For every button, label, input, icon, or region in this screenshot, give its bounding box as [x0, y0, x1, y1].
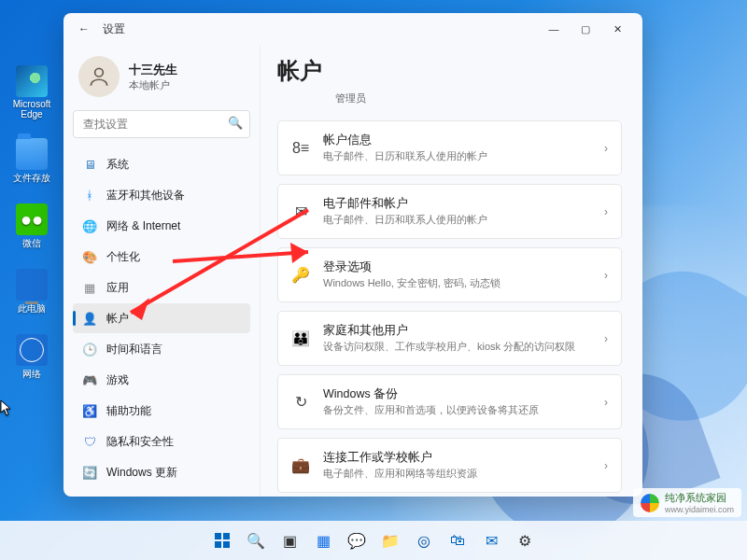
- folder-icon: [16, 138, 48, 170]
- card-title: 电子邮件和帐户: [323, 196, 591, 212]
- sidebar-item-accounts[interactable]: 👤帐户: [73, 303, 250, 333]
- chevron-right-icon: ›: [604, 142, 608, 155]
- sidebar-item-time[interactable]: 🕒时间和语言: [73, 334, 250, 364]
- page-title: 帐户: [277, 56, 622, 86]
- card-title: Windows 备份: [323, 386, 591, 402]
- widgets-icon[interactable]: ▦: [309, 526, 337, 554]
- svg-rect-7: [215, 541, 221, 548]
- avatar-icon: [78, 56, 120, 97]
- svg-rect-8: [223, 541, 230, 548]
- desktop-icon-folder[interactable]: 文件存放: [7, 138, 56, 185]
- store-icon[interactable]: 🛍: [444, 526, 472, 554]
- chevron-right-icon: ›: [604, 205, 608, 218]
- taskview-icon[interactable]: ▣: [275, 526, 303, 554]
- taskbar-search-icon[interactable]: 🔍: [242, 526, 270, 554]
- sidebar-item-label: 隐私和安全性: [106, 434, 174, 450]
- card-subtitle: 电子邮件、日历和联系人使用的帐户: [323, 149, 591, 163]
- sidebar-item-personalize[interactable]: 🎨个性化: [73, 242, 250, 272]
- card-id[interactable]: 8≡帐户信息电子邮件、日历和联系人使用的帐户›: [277, 120, 622, 175]
- desktop-icon-label: 微信: [22, 237, 41, 250]
- id-icon: 8≡: [291, 139, 310, 158]
- profile-block[interactable]: 十三先生 本地帐户: [73, 52, 250, 110]
- explorer-icon[interactable]: 📁: [376, 526, 404, 554]
- window-title: 设置: [103, 21, 538, 37]
- card-mail[interactable]: ✉电子邮件和帐户电子邮件、日历和联系人使用的帐户›: [277, 184, 622, 239]
- minimize-button[interactable]: —: [538, 18, 570, 40]
- sidebar-item-system[interactable]: 🖥系统: [73, 149, 250, 179]
- back-button[interactable]: ←: [73, 18, 95, 40]
- sidebar-item-update[interactable]: 🔄Windows 更新: [73, 457, 250, 487]
- chevron-right-icon: ›: [604, 332, 608, 345]
- sidebar-item-network[interactable]: 🌐网络 & Internet: [73, 211, 250, 241]
- start-button[interactable]: [208, 526, 236, 554]
- card-subtitle: 备份文件、应用和首选项，以便跨设备将其还原: [323, 403, 591, 417]
- personalize-icon: 🎨: [82, 249, 97, 264]
- mail-icon: ✉: [291, 203, 310, 221]
- card-family[interactable]: 👪家庭和其他用户设备访问权限、工作或学校用户、kiosk 分配的访问权限›: [277, 311, 622, 366]
- edge-taskbar-icon[interactable]: ◎: [410, 526, 438, 554]
- card-subtitle: Windows Hello, 安全密钥, 密码, 动态锁: [323, 276, 591, 290]
- sidebar-item-label: 系统: [106, 157, 129, 173]
- sidebar-item-privacy[interactable]: 🛡隐私和安全性: [73, 427, 250, 456]
- desktop-icon-label: 文件存放: [13, 172, 50, 185]
- main-pane: 帐户 管理员 8≡帐户信息电子邮件、日历和联系人使用的帐户›✉电子邮件和帐户电子…: [260, 45, 642, 497]
- sidebar-item-label: 帐户: [106, 311, 129, 327]
- sidebar-item-label: 辅助功能: [106, 403, 151, 419]
- sidebar-item-label: 蓝牙和其他设备: [106, 188, 185, 203]
- page-subtitle: 管理员: [335, 91, 622, 105]
- family-icon: 👪: [291, 329, 310, 348]
- watermark-logo-icon: [641, 494, 659, 512]
- system-icon: 🖥: [82, 157, 97, 172]
- svg-rect-5: [215, 533, 221, 539]
- card-title: 家庭和其他用户: [323, 323, 591, 339]
- watermark-site: www.yidaimei.com: [665, 505, 734, 514]
- desktop-icons: Microsoft Edge 文件存放 ●●微信 此电脑 网络: [7, 65, 56, 381]
- card-subtitle: 电子邮件、日历和联系人使用的帐户: [323, 213, 591, 227]
- desktop-icon-edge[interactable]: Microsoft Edge: [7, 65, 56, 119]
- network-icon: [16, 334, 48, 366]
- edge-icon: [16, 65, 48, 97]
- card-key[interactable]: 🔑登录选项Windows Hello, 安全密钥, 密码, 动态锁›: [277, 247, 622, 302]
- search-input[interactable]: [73, 110, 250, 138]
- mail-icon[interactable]: ✉: [477, 526, 505, 554]
- bluetooth-icon: ᚼ: [82, 188, 97, 203]
- desktop-icon-network[interactable]: 网络: [7, 334, 56, 381]
- watermark: 纯净系统家园 www.yidaimei.com: [633, 488, 741, 517]
- sidebar: 十三先生 本地帐户 🔍 🖥系统ᚼ蓝牙和其他设备🌐网络 & Internet🎨个性…: [63, 45, 260, 497]
- desktop-icon-thispc[interactable]: 此电脑: [7, 269, 56, 315]
- accounts-icon: 👤: [82, 311, 97, 326]
- search-icon: 🔍: [228, 116, 243, 130]
- desktop-icon-label: 此电脑: [18, 302, 46, 315]
- card-subtitle: 电子邮件、应用和网络等组织资源: [323, 467, 591, 481]
- backup-icon: ↻: [291, 393, 310, 412]
- chat-icon[interactable]: 💬: [343, 526, 371, 554]
- sidebar-item-accessibility[interactable]: ♿辅助功能: [73, 396, 250, 426]
- mouse-cursor: [0, 399, 13, 416]
- settings-window: ← 设置 — ▢ ✕ 十三先生 本地帐户 🔍 🖥系统ᚼ蓝牙和其他设备🌐网络 & …: [63, 13, 642, 497]
- wechat-icon: ●●: [16, 203, 48, 235]
- chevron-right-icon: ›: [604, 269, 608, 282]
- desktop-icon-wechat[interactable]: ●●微信: [7, 203, 56, 250]
- profile-name: 十三先生: [129, 62, 177, 78]
- desktop-icon-label: 网络: [22, 368, 41, 381]
- close-button[interactable]: ✕: [601, 18, 633, 40]
- sidebar-item-label: 应用: [106, 280, 129, 296]
- sidebar-item-label: Windows 更新: [106, 465, 177, 481]
- desktop-icon-label: Microsoft Edge: [7, 99, 56, 119]
- card-subtitle: 设备访问权限、工作或学校用户、kiosk 分配的访问权限: [323, 340, 591, 354]
- settings-taskbar-icon[interactable]: ⚙: [511, 526, 539, 554]
- sidebar-item-gaming[interactable]: 🎮游戏: [73, 365, 250, 395]
- maximize-button[interactable]: ▢: [570, 18, 601, 40]
- svg-point-0: [95, 68, 104, 77]
- pc-icon: [16, 269, 48, 301]
- sidebar-item-label: 时间和语言: [106, 342, 162, 357]
- card-backup[interactable]: ↻Windows 备份备份文件、应用和首选项，以便跨设备将其还原›: [277, 374, 622, 429]
- sidebar-item-label: 个性化: [106, 249, 140, 265]
- card-work[interactable]: 💼连接工作或学校帐户电子邮件、应用和网络等组织资源›: [277, 438, 622, 493]
- sidebar-item-bluetooth[interactable]: ᚼ蓝牙和其他设备: [73, 180, 250, 210]
- titlebar: ← 设置 — ▢ ✕: [63, 13, 642, 45]
- privacy-icon: 🛡: [82, 434, 97, 449]
- card-title: 连接工作或学校帐户: [323, 450, 591, 466]
- card-title: 帐户信息: [323, 133, 591, 148]
- sidebar-item-apps[interactable]: ▦应用: [73, 273, 250, 302]
